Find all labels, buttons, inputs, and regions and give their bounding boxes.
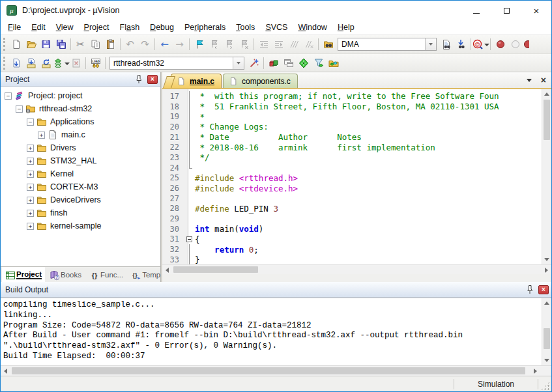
expand-box-icon[interactable]: + (27, 158, 34, 165)
editor-vscroll-thumb[interactable] (544, 100, 550, 140)
tab-func[interactable]: {}Func... (86, 267, 126, 282)
code-line[interactable]: 33} (162, 255, 542, 264)
collapse-box-icon[interactable]: − (5, 92, 12, 100)
scroll-up-button[interactable] (542, 298, 551, 308)
code-line[interactable]: 27 (162, 193, 542, 204)
close-button[interactable]: × (521, 1, 551, 20)
code-line[interactable]: 25#include <rtthread.h> (162, 173, 542, 184)
menu-help[interactable]: Help (332, 21, 360, 33)
menu-tools[interactable]: Tools (231, 21, 260, 33)
tree-item-finsh[interactable]: +finsh (1, 206, 160, 219)
pin-icon[interactable] (134, 74, 144, 85)
menu-file[interactable]: File (3, 21, 26, 33)
code-line[interactable]: 28#define LED_PIN 3 (162, 204, 542, 214)
copy-button[interactable] (88, 37, 103, 51)
code-line[interactable]: 21 * Date Author Notes (162, 132, 542, 143)
window-layout-button[interactable] (281, 56, 296, 70)
tree-item-main-c[interactable]: +main.c (1, 128, 160, 141)
editor-vertical-scrollbar[interactable] (542, 89, 551, 264)
pack-installer-button[interactable] (326, 56, 341, 70)
new-file-button[interactable] (8, 37, 23, 51)
insert-bookmark-button[interactable] (192, 37, 207, 51)
editor-tab-components-c[interactable]: components.c (223, 74, 298, 88)
code-line[interactable]: 29 (162, 214, 542, 224)
tab-project[interactable]: Project (2, 267, 45, 282)
manage-components-button[interactable] (266, 56, 281, 70)
code-area[interactable]: 17 * with this program; if not, write to… (162, 89, 551, 264)
close-document-button[interactable]: × (541, 76, 546, 85)
tab-list-button[interactable] (527, 79, 532, 82)
code-line[interactable]: 26#include <rtdevice.h> (162, 183, 542, 193)
download-to-flash-button[interactable]: LOAD (88, 56, 103, 70)
navigate-forward-button[interactable]: → (172, 37, 187, 51)
tree-item-project-project[interactable]: −Project: project (1, 89, 160, 102)
editor-tab-main-c[interactable]: main.c (171, 74, 222, 88)
tree-item-kernel-sample[interactable]: +kernel-sample (1, 219, 160, 232)
expand-box-icon[interactable]: + (27, 223, 34, 230)
expand-box-icon[interactable]: + (27, 145, 34, 152)
find-in-documents-button[interactable] (439, 37, 454, 51)
save-button[interactable] (38, 37, 53, 51)
indent-button[interactable] (271, 37, 286, 51)
select-packs-button[interactable] (311, 56, 326, 70)
batch-build-button[interactable] (53, 56, 68, 70)
scroll-right-button[interactable] (530, 366, 540, 376)
search-term-combobox[interactable]: DMA (338, 38, 437, 51)
insert-breakpoint-button[interactable] (493, 37, 508, 51)
scroll-down-button[interactable] (542, 356, 551, 365)
pin-icon[interactable] (525, 285, 535, 295)
resize-grip[interactable] (541, 382, 550, 391)
menu-debug[interactable]: Debug (145, 21, 179, 33)
code-line[interactable]: 22 * 2018-08-16 armink first implementat… (162, 142, 542, 152)
search-term-dropdown-button[interactable] (425, 38, 436, 50)
tab-books[interactable]: ?Books (46, 267, 85, 282)
kill-breakpoints-button[interactable] (523, 37, 529, 51)
code-line[interactable]: 24 (162, 163, 542, 173)
tree-item-drivers[interactable]: +Drivers (1, 141, 160, 154)
undo-button[interactable]: ↶ (123, 37, 138, 51)
find-in-files-button[interactable] (321, 37, 336, 51)
code-line[interactable]: 31{ (162, 234, 542, 245)
code-line[interactable]: 17 * with this program; if not, write to… (162, 91, 542, 102)
code-line[interactable]: 30int main(void) (162, 224, 542, 234)
navigate-back-button[interactable]: ← (157, 37, 172, 51)
unindent-button[interactable] (256, 37, 271, 51)
open-file-button[interactable] (23, 37, 38, 51)
rebuild-all-button[interactable] (38, 56, 53, 70)
redo-button[interactable]: ↷ (138, 37, 153, 51)
build-output-text[interactable]: compiling timeslice_sample.c...linking..… (1, 298, 542, 365)
clear-bookmarks-button[interactable] (237, 37, 252, 51)
uncomment-selection-button[interactable] (301, 37, 316, 51)
tree-item-stm32-hal[interactable]: +STM32_HAL (1, 154, 160, 167)
fold-margin[interactable] (184, 234, 195, 245)
code-line[interactable]: 18 * 51 Franklin Street, Fifth Floor, Bo… (162, 102, 542, 112)
translate-file-button[interactable] (8, 56, 23, 70)
tree-item-applications[interactable]: −Applications (1, 115, 160, 128)
menu-flash[interactable]: Flash (115, 21, 145, 33)
minimize-button[interactable] (461, 1, 491, 20)
paste-button[interactable] (103, 37, 118, 51)
save-all-button[interactable] (53, 37, 68, 51)
editor-horizontal-scrollbar[interactable] (162, 264, 551, 274)
expand-box-icon[interactable]: + (27, 171, 34, 178)
expand-box-icon[interactable]: + (27, 184, 34, 191)
code-line[interactable]: 23 */ (162, 152, 542, 163)
tree-item-cortex-m3[interactable]: +CORTEX-M3 (1, 180, 160, 193)
output-vertical-scrollbar[interactable] (542, 298, 551, 365)
menu-svcs[interactable]: SVCS (260, 21, 293, 33)
next-bookmark-button[interactable] (222, 37, 237, 51)
expand-box-icon[interactable]: + (27, 210, 34, 217)
manage-rte-button[interactable] (296, 56, 311, 70)
fold-collapse-icon[interactable] (186, 236, 192, 242)
scroll-up-button[interactable] (542, 89, 551, 99)
scroll-left-button[interactable] (162, 265, 172, 275)
output-vscroll-thumb[interactable] (544, 328, 550, 349)
target-select-combobox[interactable]: rtthread-stm32 (109, 57, 244, 70)
code-lines[interactable]: 17 * with this program; if not, write to… (162, 89, 542, 264)
expand-box-icon[interactable]: + (38, 132, 45, 139)
menu-view[interactable]: View (51, 21, 79, 33)
tree-item-devicedrivers[interactable]: +DeviceDrivers (1, 193, 160, 206)
comment-selection-button[interactable] (286, 37, 301, 51)
cut-button[interactable]: ✂ (73, 37, 88, 51)
scroll-down-button[interactable] (542, 255, 551, 264)
